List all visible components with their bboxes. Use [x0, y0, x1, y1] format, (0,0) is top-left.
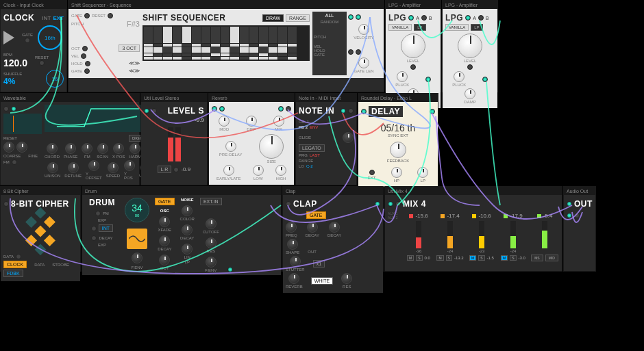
fine-knob[interactable] — [16, 142, 27, 153]
lpg1-lp-btn[interactable]: LP — [414, 24, 425, 31]
mod-knob[interactable] — [219, 116, 230, 127]
count-display[interactable]: 16 — [46, 70, 64, 88]
ch1-meter[interactable] — [416, 221, 421, 248]
feedback-knob[interactable] — [390, 142, 406, 158]
gatelen-knob[interactable] — [358, 57, 369, 68]
mix-knob[interactable] — [273, 116, 284, 127]
stutter-knob[interactable] — [290, 256, 301, 267]
lpg2-lp-btn[interactable]: LP — [471, 24, 482, 31]
lpg2-in-a[interactable] — [465, 15, 471, 21]
cutoff-knob[interactable] — [206, 218, 216, 229]
shape-knob[interactable] — [287, 239, 298, 250]
detune-knob[interactable] — [68, 162, 79, 173]
ni-out2[interactable] — [348, 108, 354, 114]
fm-port[interactable] — [12, 159, 17, 165]
speed-knob[interactable] — [108, 162, 119, 173]
draw-btn[interactable]: DRAW — [262, 14, 284, 22]
rv-in1[interactable] — [212, 106, 217, 112]
ch1-mute[interactable]: M — [407, 255, 414, 261]
noise-decay-knob[interactable] — [182, 224, 193, 235]
ms-btn[interactable]: MS — [531, 255, 543, 261]
cl-in[interactable] — [286, 201, 291, 207]
out-port3[interactable] — [574, 213, 580, 218]
sequencer-grid[interactable] — [143, 25, 310, 61]
oct-value[interactable]: 3 OCT — [119, 44, 140, 52]
oct-port[interactable] — [82, 46, 88, 51]
ch3-solo[interactable]: S — [478, 255, 484, 261]
x1-btn[interactable]: x1 — [313, 260, 325, 268]
lpg1-out[interactable] — [425, 77, 431, 82]
lvl-in2[interactable] — [151, 108, 157, 114]
out-meter[interactable] — [542, 221, 547, 248]
drum-gate-btn[interactable]: GATE — [155, 198, 175, 205]
white-btn[interactable]: WHITE — [311, 277, 334, 285]
lr-btn[interactable]: L R — [158, 166, 172, 173]
seq-out3[interactable] — [348, 49, 354, 55]
lvl-mod[interactable] — [173, 167, 179, 172]
size-knob[interactable] — [259, 134, 284, 159]
res-knob[interactable] — [206, 237, 216, 248]
lp-knob[interactable] — [417, 167, 428, 178]
drum-out-knob[interactable] — [159, 255, 170, 265]
ext-port[interactable] — [369, 170, 375, 175]
out-port1[interactable] — [567, 201, 572, 207]
fm-knob[interactable] — [82, 143, 92, 154]
chord-knob[interactable] — [47, 143, 58, 154]
mid-btn[interactable]: MID — [545, 255, 558, 261]
ni-out1[interactable] — [340, 108, 346, 114]
mx-in1[interactable] — [388, 201, 393, 207]
data-port[interactable] — [16, 254, 21, 259]
earlylate-knob[interactable] — [223, 165, 234, 176]
lpg2-in-b[interactable] — [478, 15, 484, 21]
dr-int-port[interactable] — [91, 226, 97, 231]
scan-knob[interactable] — [97, 143, 108, 154]
mx-in2[interactable] — [395, 201, 401, 207]
drum-out-port[interactable] — [227, 267, 233, 272]
lpg2-mod[interactable] — [467, 64, 473, 70]
drum-decay-knob[interactable] — [159, 235, 170, 246]
clock-ext[interactable]: EXT — [53, 15, 64, 21]
vel-port[interactable] — [81, 53, 86, 59]
lpg1-in-a[interactable] — [408, 15, 414, 21]
legato-btn[interactable]: LEGATO — [299, 144, 325, 152]
lpg1-in-b[interactable] — [421, 15, 427, 21]
drum-freq-display[interactable]: 3400 — [125, 198, 149, 222]
ypos-knob[interactable] — [124, 160, 135, 171]
ch2-solo[interactable]: S — [446, 255, 452, 261]
coarse-knob[interactable] — [3, 142, 14, 153]
xpos-knob[interactable] — [113, 143, 124, 154]
lpg2-damp-knob[interactable] — [465, 88, 475, 99]
velocity-knob[interactable] — [358, 24, 369, 35]
ch4-solo[interactable]: S — [510, 255, 516, 261]
ch3-mute[interactable]: M — [469, 255, 476, 261]
color-knob[interactable] — [182, 205, 193, 216]
lin-knob[interactable] — [182, 244, 193, 255]
clap-decay-knob[interactable] — [307, 222, 318, 233]
wt-port1[interactable] — [3, 106, 9, 112]
hp-knob[interactable] — [391, 167, 402, 178]
lvl-in1[interactable] — [144, 108, 149, 114]
lpg2-level-knob[interactable] — [458, 34, 482, 58]
rv-out1[interactable] — [278, 106, 284, 112]
lpg2-pluck-knob[interactable] — [454, 71, 465, 82]
lpg2-out[interactable] — [482, 77, 488, 82]
seq-out2[interactable] — [356, 14, 361, 20]
all-btn[interactable]: ALL — [314, 13, 345, 18]
clap-res-knob[interactable] — [341, 273, 352, 284]
low-knob[interactable] — [253, 165, 264, 176]
hold-port[interactable] — [85, 61, 90, 66]
delay-time[interactable]: 05/16 th — [361, 122, 435, 133]
rv-in2[interactable] — [219, 106, 225, 112]
glide-knob[interactable] — [343, 132, 354, 143]
clap-reverb-knob[interactable] — [288, 273, 299, 284]
clap-freq-knob[interactable] — [286, 222, 297, 233]
yoffset-knob[interactable] — [88, 160, 99, 171]
ch4-meter[interactable] — [510, 221, 516, 248]
dl-out[interactable] — [430, 109, 435, 114]
harm-knob[interactable] — [129, 143, 140, 154]
drum-wave-display[interactable] — [127, 229, 147, 249]
seq-gate-port[interactable] — [84, 13, 90, 18]
gate-port[interactable] — [25, 38, 30, 43]
lpg1-vanilla-btn[interactable]: VANILLA — [388, 24, 412, 31]
reset-port[interactable] — [39, 60, 45, 66]
